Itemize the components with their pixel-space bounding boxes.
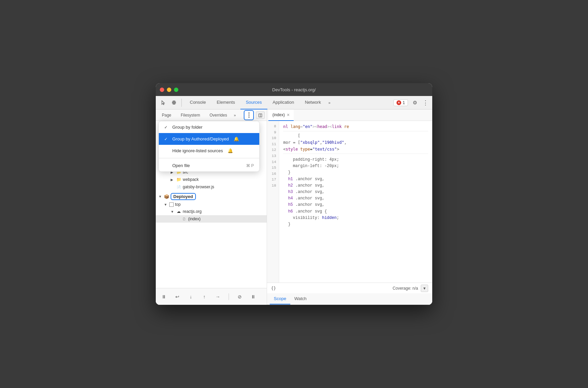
error-icon: ✕: [396, 100, 401, 105]
coverage-download-button[interactable]: ▼: [421, 285, 428, 292]
code-line-10: }: [283, 169, 428, 176]
titlebar: DevTools - reactjs.org/: [156, 83, 432, 96]
deactivate-breakpoints-button[interactable]: ⊘: [236, 293, 244, 301]
code-line-16: h6 .anchor svg {: [283, 208, 428, 215]
selected-filename: (index): [188, 217, 201, 221]
code-line-14: h4 .anchor svg,: [283, 195, 428, 202]
topbar: Console Elements Sources Application Net…: [156, 96, 432, 109]
js-file-icon: 📄: [176, 184, 181, 190]
arrow: ▼: [164, 203, 168, 206]
check-icon-empty2: [164, 163, 170, 168]
cloud-icon: ☁: [176, 209, 181, 214]
window-controls[interactable]: [160, 88, 178, 92]
menu-divider: [159, 158, 259, 158]
maximize-button[interactable]: [174, 88, 178, 92]
line-numbers: 8 9 10 11 12 13 14 15 16 17 18: [267, 121, 279, 283]
window-title: DevTools - reactjs.org/: [272, 87, 316, 92]
deployed-top[interactable]: ▼ top: [156, 201, 267, 208]
scope-tab-watch[interactable]: Watch: [290, 293, 311, 304]
format-icon[interactable]: {}: [271, 286, 276, 291]
toggle-sidebar-button[interactable]: ◫: [256, 111, 265, 119]
menu-group-by-folder[interactable]: ✓ Group by folder: [159, 121, 259, 133]
box-icon: 📦: [164, 194, 169, 199]
code-line-9: margin-left: -20px;: [283, 163, 428, 169]
code-line-12: h2 .anchor svg,: [283, 183, 428, 189]
three-dots-menu-button[interactable]: [244, 110, 254, 120]
subnav-more-button[interactable]: »: [232, 113, 237, 117]
tab-close-button[interactable]: ×: [287, 112, 290, 118]
scope-tabs: Scope Watch: [267, 293, 432, 305]
document-icon: 🗋: [181, 216, 187, 222]
item-name: top: [175, 202, 181, 207]
step-into-button[interactable]: ↓: [187, 293, 195, 301]
folder-icon: 📁: [176, 177, 181, 182]
tab-application[interactable]: Application: [267, 96, 300, 109]
nav-divider: [181, 99, 182, 107]
dot-2: [248, 115, 249, 116]
right-panel: (index) × 8 9 10 11 12 13 14 15 16 17 18: [267, 109, 432, 305]
layers-icon[interactable]: [169, 98, 179, 107]
tab-network[interactable]: Network: [299, 96, 326, 109]
coverage-label: Coverage: n/a: [393, 286, 418, 291]
deployed-section-header[interactable]: ▼ 📦 Deployed: [156, 192, 267, 201]
code-line-18: }: [283, 221, 428, 228]
svg-rect-2: [173, 101, 175, 101]
code-bottom-bar: {} Coverage: n/a ▼: [267, 283, 432, 293]
scope-tab-scope[interactable]: Scope: [270, 293, 290, 304]
close-button[interactable]: [160, 88, 164, 92]
check-icon-highlighted: ✓: [164, 137, 170, 141]
editor-tabs: (index) ×: [267, 109, 432, 121]
tab-sources[interactable]: Sources: [240, 96, 267, 109]
subnav-tab-page[interactable]: Page: [158, 109, 175, 121]
debug-divider: [229, 293, 229, 300]
subnav-tab-filesystem[interactable]: Filesystem: [177, 109, 204, 121]
devtools-window: DevTools - reactjs.org/ Console Elements: [156, 83, 432, 305]
menu-open-file[interactable]: Open file ⌘ P: [159, 160, 259, 171]
dot-1: [248, 112, 249, 114]
menu-hide-ignore-listed[interactable]: Hide ignore-listed sources 🔔: [159, 145, 259, 157]
file-name: gatsby-browser.js: [183, 185, 214, 189]
deployed-arrow: ▼: [158, 195, 163, 198]
menu-group-by-authored-deployed[interactable]: ✓ Group by Authored/Deployed 🔔: [159, 133, 259, 145]
cursor-icon[interactable]: [158, 98, 168, 107]
error-badge[interactable]: ✕ 1: [393, 99, 408, 106]
arrow-spacer: [176, 217, 180, 221]
settings-button[interactable]: ⚙: [411, 99, 419, 107]
pause-on-exceptions-button[interactable]: ⏸: [249, 293, 257, 301]
editor-tab-index[interactable]: (index) ×: [268, 109, 294, 121]
tab-console[interactable]: Console: [184, 96, 211, 109]
check-icon: ✓: [164, 125, 170, 130]
code-line-8: padding-right: 4px;: [283, 157, 428, 163]
main-tabs: Console Elements Sources Application Net…: [184, 96, 392, 109]
subnav-tab-overrides[interactable]: Overrides: [205, 109, 231, 121]
source-header: Page Filesystem Overrides » ◫ ✓: [156, 109, 267, 121]
step-out-button[interactable]: ↑: [200, 293, 208, 301]
folder-name: webpack: [183, 177, 199, 182]
debugger-bar: ⏸ ↩ ↓ ↑ → ⊘ ⏸: [156, 288, 267, 305]
code-line-15: h5 .anchor svg,: [283, 202, 428, 208]
deployed-reactjs[interactable]: ▼ ☁ reactjs.org: [156, 208, 267, 215]
minimize-button[interactable]: [167, 88, 171, 92]
tab-elements[interactable]: Elements: [211, 96, 240, 109]
more-tabs-button[interactable]: »: [326, 101, 332, 105]
code-area: 8 9 10 11 12 13 14 15 16 17 18 nl lang="…: [267, 121, 432, 283]
left-panel: Page Filesystem Overrides » ◫ ✓: [156, 109, 267, 305]
step-button[interactable]: →: [214, 293, 222, 301]
tab-label: (index): [272, 112, 285, 117]
item-name: reactjs.org: [183, 209, 202, 214]
step-over-button[interactable]: ↩: [173, 293, 181, 301]
code-line-17: visibility: hidden;: [283, 215, 428, 221]
context-menu: ✓ Group by folder ✓ Group by Authored/De…: [158, 121, 260, 172]
more-options-button[interactable]: ⋮: [421, 99, 430, 107]
code-content: nl lang="en"><head><link re [ mor = ["xb…: [279, 121, 432, 283]
svg-rect-3: [173, 104, 175, 104]
pause-button[interactable]: ⏸: [160, 293, 168, 301]
folder-webpack[interactable]: ▶ 📁 webpack: [156, 176, 267, 183]
file-gatsby-browser[interactable]: 📄 gatsby-browser.js: [156, 183, 267, 191]
file-index-selected[interactable]: 🗋 (index): [156, 215, 267, 223]
arrow-spacer: [171, 185, 175, 189]
arrow: ▶: [171, 178, 175, 182]
arrow: ▼: [171, 210, 175, 214]
main-content: Page Filesystem Overrides » ◫ ✓: [156, 109, 432, 305]
dot-3: [248, 117, 249, 118]
